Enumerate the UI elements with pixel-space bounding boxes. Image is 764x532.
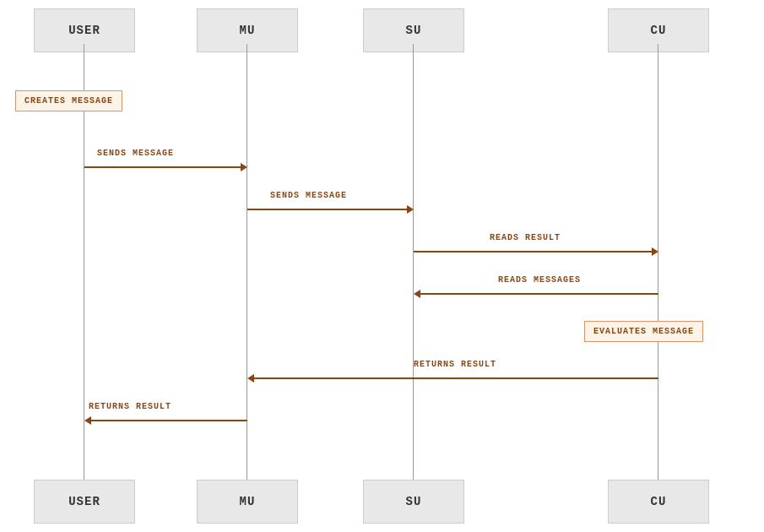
label-returns-result-2: RETURNS RESULT [89, 402, 171, 411]
lifeline-cu [658, 44, 658, 488]
actor-mu-bottom: MU [197, 480, 298, 524]
actor-user-top: USER [34, 8, 135, 52]
arrow-returns-result-2 [84, 415, 247, 426]
label-returns-result-1: RETURNS RESULT [414, 360, 496, 369]
arrow-sends-message-1 [84, 162, 247, 172]
note-evaluates-message: EVALUATES MESSAGE [584, 321, 703, 342]
actor-su-bottom: SU [363, 480, 464, 524]
actor-mu-top: MU [197, 8, 298, 52]
sequence-diagram: USER MU SU CU CREATES MESSAGE EVALUATES … [0, 0, 764, 532]
arrow-reads-result [414, 247, 658, 257]
arrow-reads-messages [414, 289, 658, 299]
label-sends-message-1: SENDS MESSAGE [97, 149, 174, 158]
note-creates-message: CREATES MESSAGE [15, 90, 122, 111]
label-reads-result: READS RESULT [490, 233, 561, 242]
actor-su-top: SU [363, 8, 464, 52]
actor-cu-top: CU [608, 8, 709, 52]
lifeline-su [413, 44, 414, 488]
label-reads-messages: READS MESSAGES [498, 275, 581, 285]
actor-user-bottom: USER [34, 480, 135, 524]
actor-cu-bottom: CU [608, 480, 709, 524]
arrow-returns-result-1 [247, 373, 658, 383]
label-sends-message-2: SENDS MESSAGE [270, 191, 347, 200]
arrow-sends-message-2 [247, 204, 414, 214]
